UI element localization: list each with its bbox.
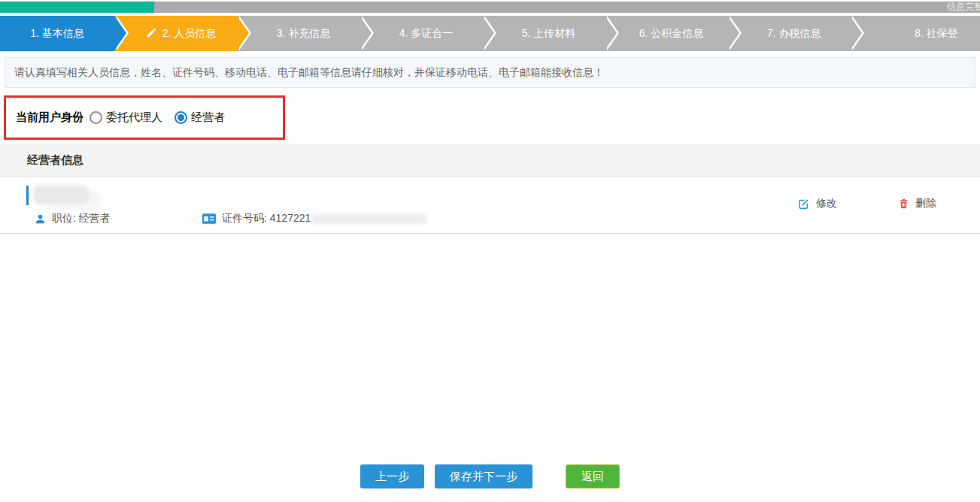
- identity-selector: 当前用户身份 委托代理人 经营者: [4, 95, 285, 140]
- footer-actions: 上一步 保存并下一步 返回: [0, 464, 980, 488]
- tab-label: 4. 多证合一: [399, 27, 454, 39]
- radio-option-operator[interactable]: 经营者: [174, 110, 225, 125]
- tab-label: 8. 社保登: [915, 27, 958, 39]
- progress-fill: [0, 2, 154, 13]
- redacted-id-tail: [312, 214, 426, 224]
- tab-personnel-info[interactable]: 2. 人员信息: [114, 16, 237, 51]
- trash-icon: [898, 198, 909, 210]
- save-next-button[interactable]: 保存并下一步: [435, 464, 532, 488]
- tab-label: 3. 补充信息: [277, 27, 331, 39]
- radio-checked-icon[interactable]: [174, 111, 187, 124]
- operator-details: 职位: 经营者 证件号码: 4127221: [35, 212, 426, 225]
- radio-option-agent[interactable]: 委托代理人: [90, 110, 162, 125]
- pencil-icon: [146, 17, 157, 53]
- prev-step-button[interactable]: 上一步: [360, 464, 424, 488]
- id-card-icon: [202, 213, 216, 224]
- name-accent-bar: [26, 186, 29, 205]
- delete-label: 删除: [915, 197, 936, 210]
- tab-label: 7. 办税信息: [767, 27, 821, 39]
- tab-social-security[interactable]: 8. 社保登: [850, 16, 980, 51]
- progress-track: 信息完整: [0, 2, 980, 13]
- radio-label: 经营者: [191, 110, 225, 125]
- radio-label: 委托代理人: [106, 110, 162, 125]
- tab-label: 2. 人员信息: [162, 27, 217, 39]
- tab-supplement-info[interactable]: 3. 补充信息: [237, 16, 360, 51]
- edit-label: 修改: [816, 197, 837, 210]
- redacted-name: [33, 185, 89, 204]
- back-button[interactable]: 返回: [566, 464, 620, 488]
- tab-upload-materials[interactable]: 5. 上传材料: [482, 16, 605, 51]
- tab-basic-info[interactable]: 1. 基本信息: [0, 16, 114, 51]
- edit-icon: [797, 198, 810, 210]
- step-tabs: 1. 基本信息 2. 人员信息 3. 补充信息 4. 多证合一 5. 上传材料 …: [0, 16, 980, 51]
- notice-text: 请认真填写相关人员信息，姓名、证件号码、移动电话、电子邮箱等信息请仔细核对，并保…: [14, 66, 604, 80]
- delete-button[interactable]: 删除: [898, 197, 936, 210]
- tab-label: 1. 基本信息: [30, 27, 84, 39]
- identity-label: 当前用户身份: [16, 110, 83, 125]
- edit-button[interactable]: 修改: [797, 197, 837, 210]
- radio-unchecked-icon[interactable]: [90, 111, 102, 124]
- person-icon: [35, 213, 46, 225]
- section-title-text: 经营者信息: [27, 153, 83, 168]
- id-number-field: 证件号码: 4127221: [222, 212, 311, 225]
- notice-banner: 请认真填写相关人员信息，姓名、证件号码、移动电话、电子邮箱等信息请仔细核对，并保…: [5, 57, 975, 88]
- tab-label: 5. 上传材料: [522, 27, 576, 39]
- operator-row: 职位: 经营者 证件号码: 4127221 修改 删除: [0, 177, 980, 234]
- position-field: 职位: 经营者: [52, 212, 202, 225]
- section-title: 经营者信息: [0, 144, 980, 177]
- tab-label: 6. 公积金信息: [639, 27, 704, 39]
- tab-housing-fund[interactable]: 6. 公积金信息: [605, 16, 727, 51]
- page: 信息完整 1. 基本信息 2. 人员信息 3. 补充信息 4. 多证合一 5. …: [0, 0, 980, 502]
- tab-tax-info[interactable]: 7. 办税信息: [727, 16, 850, 51]
- progress-label: 信息完整: [947, 2, 980, 13]
- tab-multi-cert[interactable]: 4. 多证合一: [360, 16, 482, 51]
